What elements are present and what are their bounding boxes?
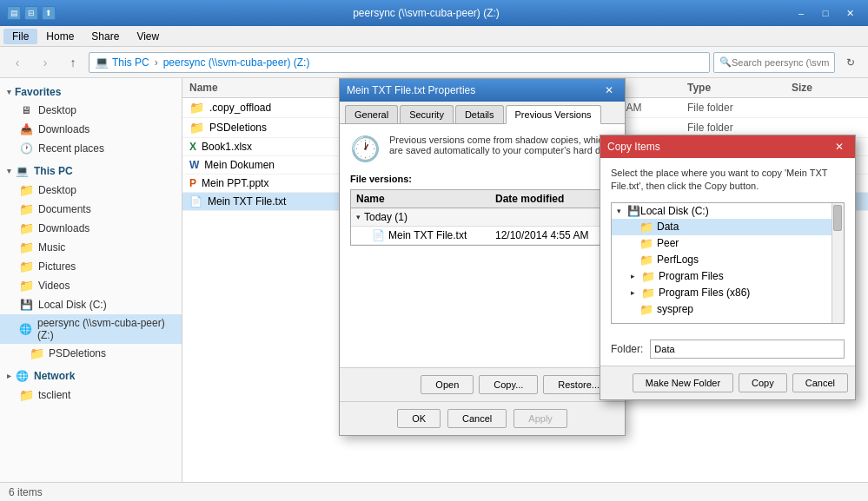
address-sep-1: › [155, 56, 158, 69]
app-icon-2: ⊟ [24, 6, 38, 20]
program-files-tree-arrow[interactable]: ▸ [631, 272, 641, 280]
sidebar-item-tsclient-label: tsclient [38, 389, 70, 401]
sidebar-favorites-label: Favorites [15, 86, 61, 98]
menu-file[interactable]: File [3, 29, 37, 44]
version-file-icon: 📄 [372, 229, 385, 241]
sidebar-network-label: Network [34, 370, 75, 382]
sidebar-item-documents-pc[interactable]: 📁 Documents [0, 200, 182, 219]
ok-button[interactable]: OK [397, 409, 441, 428]
search-input[interactable] [732, 57, 829, 68]
versions-group-today[interactable]: ▾ Today (1) [351, 208, 613, 227]
close-button[interactable]: ✕ [838, 4, 861, 22]
tree-item-program-files-x86[interactable]: ▸ 📁 Program Files (x86) [612, 285, 844, 301]
copy-tree-container: ▾ 💾 Local Disk (C:) 📁 Data 📁 Peer 📁 [611, 202, 845, 324]
ppt-icon-mein-ppt: P [189, 177, 196, 189]
sidebar-network-section: ▸ 🌐 Network 📁 tsclient [0, 366, 182, 405]
sidebar-item-downloads-fav[interactable]: 📥 Downloads [0, 120, 182, 139]
sidebar-item-desktop-fav[interactable]: 🖥 Desktop [0, 101, 182, 120]
file-type-psdeletions: File folder [687, 122, 792, 134]
downloads-fav-icon: 📥 [19, 122, 33, 136]
tree-item-sysprep[interactable]: 📁 sysprep [612, 301, 844, 318]
sysprep-folder-icon: 📁 [639, 303, 653, 316]
versions-header: Name Date modified [351, 190, 613, 208]
status-text: 6 items [9, 486, 43, 498]
tab-general[interactable]: General [345, 105, 398, 123]
recent-fav-icon: 🕐 [19, 142, 33, 155]
version-file-date: 12/10/2014 4:55 AM [495, 229, 608, 241]
versions-row-mein-txt[interactable]: 📄 Mein TXT File.txt 12/10/2014 4:55 AM [351, 227, 613, 245]
sidebar-item-music-pc[interactable]: 📁 Music [0, 238, 182, 257]
copy-close-button[interactable]: ✕ [831, 139, 848, 155]
refresh-button[interactable]: ↻ [838, 51, 863, 74]
word-icon-mein-dokumen: W [189, 159, 199, 171]
sidebar-item-peersync-label: peersync (\\svm-cuba-peer) (Z:) [37, 317, 175, 341]
make-new-folder-button[interactable]: Make New Folder [633, 373, 733, 392]
sidebar-this-pc-header[interactable]: ▾ 💻 This PC [0, 162, 182, 181]
sidebar-item-psdeletions-sub[interactable]: 📁 PSDeletions [0, 344, 182, 363]
address-peersync[interactable]: peersync (\\svm-cuba-peer) (Z:) [163, 56, 310, 69]
copy-action-button[interactable]: Copy [739, 373, 787, 392]
sidebar-item-downloads-pc-label: Downloads [38, 222, 89, 234]
sidebar-item-local-disk[interactable]: 💾 Local Disk (C:) [0, 295, 182, 314]
address-bar: 💻 This PC › peersync (\\svm-cuba-peer) (… [89, 52, 710, 73]
sidebar-item-downloads-pc[interactable]: 📁 Downloads [0, 219, 182, 238]
apply-button[interactable]: Apply [514, 409, 567, 428]
open-button[interactable]: Open [421, 375, 474, 394]
properties-close-button[interactable]: ✕ [600, 82, 618, 98]
sidebar-item-tsclient[interactable]: 📁 tsclient [0, 386, 182, 405]
tree-item-perflogs[interactable]: 📁 PerfLogs [612, 252, 844, 268]
version-file-name: 📄 Mein TXT File.txt [372, 229, 495, 241]
tree-label-data: Data [657, 221, 679, 233]
program-files-x86-folder-icon: 📁 [641, 287, 655, 300]
tab-details[interactable]: Details [455, 105, 504, 123]
minimize-button[interactable]: – [790, 4, 812, 22]
sidebar-item-local-disk-label: Local Disk (C:) [38, 299, 107, 311]
menu-share[interactable]: Share [83, 29, 128, 44]
sidebar-item-recent-fav[interactable]: 🕐 Recent places [0, 139, 182, 158]
sidebar-favorites-header[interactable]: ▾ Favorites [0, 83, 182, 101]
up-button[interactable]: ↑ [61, 51, 85, 74]
tree-item-data[interactable]: 📁 Data [612, 219, 844, 235]
maximize-button[interactable]: □ [814, 4, 837, 22]
tree-item-program-files[interactable]: ▸ 📁 Program Files [612, 268, 844, 285]
tab-previous-versions[interactable]: Previous Versions [506, 105, 601, 124]
address-this-pc[interactable]: This PC [112, 56, 149, 69]
folder-label: Folder: [611, 343, 643, 355]
cancel-copy-button[interactable]: Cancel [792, 373, 848, 392]
tree-scrollbar-thumb[interactable] [833, 205, 842, 231]
tree-scrollbar-track [832, 203, 844, 323]
search-box[interactable]: 🔍 [713, 52, 835, 73]
col-header-size[interactable]: Size [792, 82, 861, 94]
menu-view[interactable]: View [128, 29, 168, 44]
sidebar-item-pictures-pc[interactable]: 📁 Pictures [0, 257, 182, 276]
program-files-folder-icon: 📁 [641, 270, 655, 283]
tree-item-local-disk[interactable]: ▾ 💾 Local Disk (C:) [612, 203, 844, 219]
prev-version-info: 🕐 Previous versions come from shadow cop… [350, 135, 614, 163]
col-header-type[interactable]: Type [687, 82, 792, 94]
sidebar-item-documents-pc-label: Documents [38, 203, 91, 215]
file-label-mein-txt: Mein TXT File.txt [208, 195, 286, 208]
cancel-dialog-button[interactable]: Cancel [447, 409, 507, 428]
sidebar-item-desktop-pc[interactable]: 📁 Desktop [0, 181, 182, 200]
properties-bottom-buttons: OK Cancel Apply [340, 401, 625, 435]
forward-button[interactable]: › [33, 51, 57, 74]
sidebar-item-pictures-pc-label: Pictures [38, 260, 76, 273]
sidebar-network-header[interactable]: ▸ 🌐 Network [0, 366, 182, 386]
network-icon: 🌐 [15, 369, 29, 383]
tree-label-program-files: Program Files [659, 270, 724, 282]
tree-item-peer[interactable]: 📁 Peer [612, 235, 844, 252]
sidebar-item-videos-pc[interactable]: 📁 Videos [0, 276, 182, 295]
program-files-x86-tree-arrow[interactable]: ▸ [631, 288, 641, 297]
music-pc-icon: 📁 [19, 241, 33, 254]
sidebar-item-peersync[interactable]: 🌐 peersync (\\svm-cuba-peer) (Z:) [0, 314, 182, 344]
sidebar-item-desktop-pc-label: Desktop [38, 184, 76, 196]
local-disk-tree-arrow[interactable]: ▾ [617, 207, 627, 215]
menu-home[interactable]: Home [37, 29, 83, 44]
videos-pc-icon: 📁 [19, 279, 33, 293]
folder-input[interactable] [650, 339, 845, 359]
copy-button[interactable]: Copy... [479, 375, 538, 394]
back-button[interactable]: ‹ [5, 51, 30, 74]
file-label-mein-ppt: Mein PPT.pptx [202, 177, 268, 189]
tab-security[interactable]: Security [400, 105, 454, 123]
local-disk-icon: 💾 [19, 298, 33, 312]
